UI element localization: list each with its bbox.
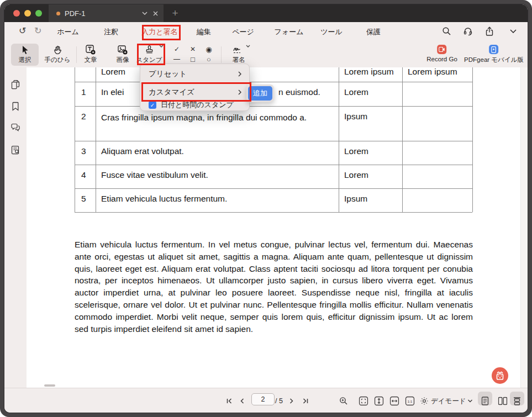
record-go-button[interactable]: Record Go [426,45,457,62]
page-total-label: / 5 [275,397,283,405]
select-tool-button[interactable]: 選択 [7,44,43,64]
table-border [96,67,96,212]
first-page-button[interactable] [227,398,233,404]
table-border [75,188,472,189]
cross-stamp-button[interactable]: ✕ [190,46,196,52]
day-mode-label[interactable]: デイモード [431,396,466,405]
stamp-dropdown-menu: プリセット カスタマイズ ✓ 日付と時間のスタンプ [140,64,250,111]
next-page-button[interactable] [290,398,294,404]
table-border [75,106,472,107]
undo-icon[interactable]: ↺ [19,25,26,36]
support-headset-icon[interactable] [463,27,473,36]
body-paragraph: Etiam vehicula luctus fermentum. In vel … [75,239,473,335]
app-window: PDF-1 + ↺ ↻ ホーム 注釈 入力と署名 編集 ページ フォーム ツール… [4,4,528,413]
titlebar: PDF-1 + [4,4,528,22]
check-stamp-button[interactable]: ✓ [174,46,180,52]
hand-tool-button[interactable]: 手のひら [40,44,75,64]
square-stamp-button[interactable]: □ [191,56,195,63]
tab-close-icon[interactable] [153,11,158,16]
table-cell: Cras fringilla ipsum magna, in fringilla… [101,112,333,124]
table-row-number: 5 [81,194,86,204]
table-cell: Lorem ipsum [344,67,394,77]
table-border [75,82,472,82]
table-row-number: 2 [81,112,86,122]
fit-page-button[interactable] [359,396,368,405]
bookmarks-icon[interactable] [12,102,19,111]
checkbox-checked-icon[interactable]: ✓ [149,101,156,109]
table-border [75,67,75,212]
document-page[interactable]: Lorem Lorem ipsum Lorem ipsum 1 In elei … [27,67,521,388]
vertical-scrollbar-track[interactable] [520,67,528,388]
menu-item-customize[interactable]: カスタマイズ [140,84,249,100]
fit-height-button[interactable] [375,396,384,405]
record-go-icon [437,45,446,54]
page-thumbnails-icon[interactable] [11,80,20,89]
redo-icon[interactable]: ↻ [34,25,41,36]
hand-icon [53,44,62,55]
day-mode-chevron-icon[interactable] [468,399,473,403]
radio-stamp-button[interactable]: ◉ [206,46,212,53]
ribbon-tab-bar: ↺ ↻ ホーム 注釈 入力と署名 編集 ページ フォーム ツール 保護 [4,22,528,43]
tab-protect[interactable]: 保護 [366,22,381,42]
tab-home[interactable]: ホーム [57,22,79,42]
table-cell: Ipsum [344,112,367,122]
stamp-icon [145,44,154,55]
menu-item-preset[interactable]: プリセット [140,65,249,83]
two-page-view-button[interactable] [498,397,508,405]
add-button[interactable]: 追加 [248,86,272,101]
close-window-button[interactable] [13,10,20,17]
continuous-scroll-view-button[interactable] [513,397,521,405]
add-text-button[interactable]: 文章 [73,44,108,64]
main-area: Lorem Lorem ipsum Lorem ipsum 1 In elei … [4,67,528,388]
zoom-window-button[interactable] [35,10,42,17]
ai-assistant-button[interactable] [491,367,509,384]
tab-chevron-down-icon[interactable] [142,12,148,15]
toolbar: 選択 手のひら 文章 画像 スタンプ [4,42,528,68]
tab-edit[interactable]: 編集 [197,22,211,42]
table-row-number: 3 [81,146,86,156]
dash-stamp-button[interactable]: — [173,56,180,62]
status-bar: / 5 1:1 デイモード [4,388,528,413]
share-icon[interactable] [485,27,494,36]
tab-annotate[interactable]: 注釈 [104,22,118,42]
table-row-number: 1 [81,87,86,97]
pdfgear-mobile-button[interactable]: PDFgear モバイル版 [464,45,524,64]
document-tab[interactable]: PDF-1 [49,4,164,22]
stamp-chevron-down-icon[interactable] [159,45,164,47]
table-cell: Etiam vehicula luctus fermentum. [101,194,227,204]
signature-button[interactable]: 署名 [221,44,256,64]
mobile-app-icon [489,45,498,54]
tab-title: PDF-1 [65,9,142,18]
table-cell: Lorem [344,146,368,156]
minimize-window-button[interactable] [24,10,31,17]
new-tab-button[interactable]: + [168,6,182,20]
single-page-view-button[interactable] [482,397,489,405]
collapse-ribbon-chevron-icon[interactable] [510,29,517,33]
zoom-icon[interactable] [339,397,348,405]
svg-text:1:1: 1:1 [408,399,413,403]
tab-fill-and-sign[interactable]: 入力と署名 [141,22,177,42]
previous-page-button[interactable] [240,398,244,404]
tab-page[interactable]: ページ [232,22,254,42]
day-mode-sun-icon [420,397,429,405]
circle-stamp-button[interactable]: ○ [207,56,211,63]
add-callout: 追加 [246,85,274,102]
actual-size-button[interactable]: 1:1 [405,396,415,405]
menu-item-date-time-stamp[interactable]: ✓ 日付と時間のスタンプ [140,99,249,110]
cursor-icon [21,44,29,55]
table-cell: Lorem ipsum [408,67,457,77]
table-cell-fragment: n euismod. [278,87,320,97]
table-border [339,67,339,212]
signature-chevron-down-icon[interactable] [246,45,250,47]
search-icon[interactable] [442,27,451,36]
tab-form[interactable]: フォーム [275,22,304,42]
horizontal-scrollbar-thumb[interactable] [44,384,55,387]
tab-tools[interactable]: ツール [320,22,343,42]
last-page-button[interactable] [303,398,309,404]
table-cell: Lorem [101,67,125,77]
fit-width-button[interactable] [390,396,399,405]
comments-icon[interactable] [10,123,20,132]
page-number-input[interactable] [251,393,275,405]
table-cell: Aliquam erat volutpat. [101,146,184,156]
search-document-icon[interactable] [11,145,20,155]
